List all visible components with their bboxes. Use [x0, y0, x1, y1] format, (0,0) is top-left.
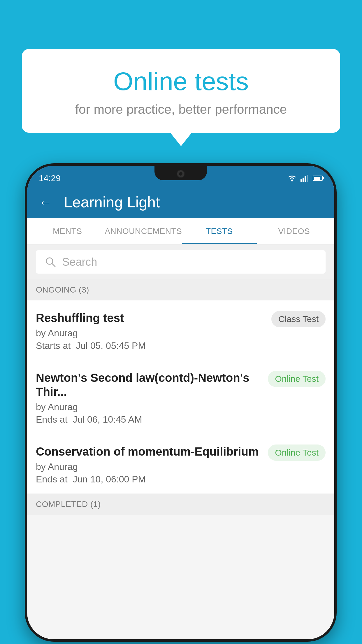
wifi-icon — [287, 175, 297, 182]
test-date: Ends at Jun 10, 06:00 PM — [36, 474, 262, 485]
test-title: Newton's Second law(contd)-Newton's Thir… — [36, 371, 262, 399]
svg-point-0 — [291, 180, 293, 181]
svg-rect-4 — [307, 175, 308, 182]
tab-tests[interactable]: TESTS — [182, 218, 256, 244]
front-camera — [177, 170, 185, 178]
tab-bar: MENTS ANNOUNCEMENTS TESTS VIDEOS — [27, 218, 334, 244]
status-icons — [287, 175, 323, 182]
test-info: Conservation of momentum-Equilibrium by … — [36, 444, 262, 485]
svg-rect-1 — [301, 179, 302, 182]
promo-bubble: Online tests for more practice, better p… — [22, 49, 340, 133]
test-badge: Online Test — [268, 371, 326, 387]
test-title: Conservation of momentum-Equilibrium — [36, 444, 262, 459]
ongoing-section-header: ONGOING (3) — [27, 279, 334, 300]
test-info: Newton's Second law(contd)-Newton's Thir… — [36, 371, 262, 425]
bubble-title: Online tests — [45, 66, 317, 96]
battery-icon — [313, 176, 323, 181]
test-info: Reshuffling test by Anurag Starts at Jul… — [36, 311, 266, 351]
test-author: by Anurag — [36, 402, 262, 412]
phone-screen: 14:29 — [27, 166, 334, 639]
back-button[interactable]: ← — [39, 194, 52, 210]
app-title: Learning Light — [64, 193, 160, 211]
test-item[interactable]: Newton's Second law(contd)-Newton's Thir… — [27, 360, 334, 434]
test-badge: Online Test — [268, 444, 326, 461]
test-item[interactable]: Reshuffling test by Anurag Starts at Jul… — [27, 300, 334, 360]
test-author: by Anurag — [36, 328, 266, 339]
completed-section-header: COMPLETED (1) — [27, 494, 334, 515]
test-date: Starts at Jul 05, 05:45 PM — [36, 340, 266, 351]
tab-ments[interactable]: MENTS — [30, 218, 105, 244]
svg-line-6 — [52, 263, 55, 267]
test-list: Reshuffling test by Anurag Starts at Jul… — [27, 300, 334, 494]
search-container: Search — [27, 244, 334, 279]
svg-rect-3 — [305, 176, 306, 182]
test-title: Reshuffling test — [36, 311, 266, 325]
app-bar: ← Learning Light — [27, 186, 334, 218]
search-icon — [45, 256, 56, 268]
test-date: Ends at Jul 06, 10:45 AM — [36, 414, 262, 425]
phone-notch — [154, 166, 207, 180]
test-badge: Class Test — [271, 311, 326, 327]
test-author: by Anurag — [36, 461, 262, 472]
phone-frame: 14:29 — [25, 163, 337, 642]
test-item[interactable]: Conservation of momentum-Equilibrium by … — [27, 434, 334, 494]
signal-icon — [301, 175, 309, 182]
search-placeholder: Search — [62, 256, 97, 268]
tab-announcements[interactable]: ANNOUNCEMENTS — [105, 218, 182, 244]
bubble-subtitle: for more practice, better performance — [45, 102, 317, 117]
svg-rect-2 — [303, 178, 304, 182]
search-box[interactable]: Search — [36, 250, 326, 274]
phone-inner: 14:29 — [27, 166, 334, 639]
tab-videos[interactable]: VIDEOS — [257, 218, 331, 244]
